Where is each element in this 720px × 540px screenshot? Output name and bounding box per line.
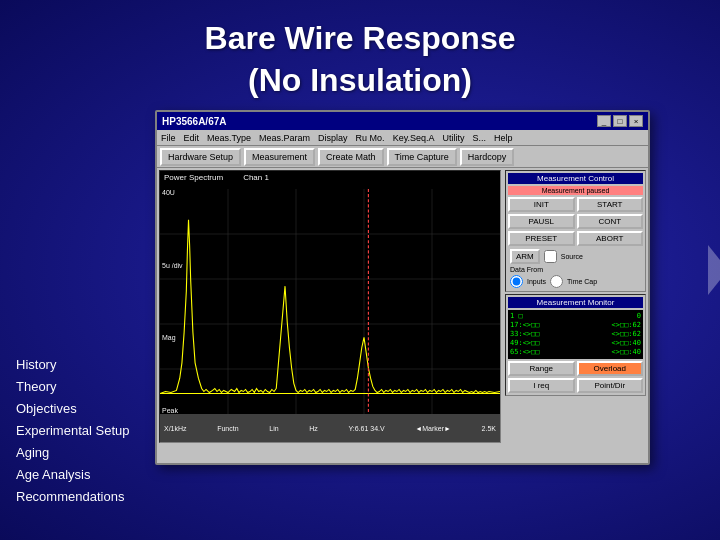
toolbar-hardcopy[interactable]: Hardcopy	[460, 148, 515, 166]
window-content: Power Spectrum Chan 1 40U 5u /div Mag Pe…	[157, 168, 648, 445]
data-from-row: Data From	[508, 265, 643, 274]
cont-button[interactable]: CONT	[577, 214, 644, 229]
timecap-radio[interactable]	[550, 275, 563, 288]
window-controls: _ □ ×	[597, 115, 643, 127]
monitor-bottom-row1: Range Overload	[508, 361, 643, 376]
menu-utility[interactable]: Utility	[442, 133, 464, 143]
preset-button[interactable]: PRESET	[508, 231, 575, 246]
x-label-marker-value: Y:6.61 34.V	[348, 425, 384, 432]
monitor-col2-4: <>□□:40	[611, 348, 641, 357]
sidebar-item-age-analysis[interactable]: Age Analysis	[12, 465, 133, 484]
toolbar-measurement[interactable]: Measurement	[244, 148, 315, 166]
toolbar-create-math[interactable]: Create Math	[318, 148, 384, 166]
monitor-col1-3: 49:<>□□	[510, 339, 540, 348]
menu-edit[interactable]: Edit	[184, 133, 200, 143]
pausl-button[interactable]: PAUSL	[508, 214, 575, 229]
overload-button[interactable]: Overload	[577, 361, 644, 376]
x-label-functn: Functn	[217, 425, 238, 432]
sidebar-item-experimental-setup[interactable]: Experimental Setup	[12, 421, 133, 440]
menu-s[interactable]: S...	[472, 133, 486, 143]
ireq-button[interactable]: I req	[508, 378, 575, 393]
minimize-button[interactable]: _	[597, 115, 611, 127]
plot-title: Power Spectrum Chan 1	[164, 173, 269, 182]
arm-row: ARM Source	[508, 248, 643, 265]
waveform-svg	[160, 189, 500, 414]
monitor-col1-4: 65:<>□□	[510, 348, 540, 357]
toolbar-hardware-setup[interactable]: Hardware Setup	[160, 148, 241, 166]
measurement-control-section: Measurement Control Measurement paused I…	[505, 170, 646, 292]
control-row-1: INIT START	[508, 197, 643, 212]
data-from-label: Data From	[510, 266, 543, 273]
x-label-freq: X/1kHz	[164, 425, 187, 432]
x-label-marker-btn[interactable]: ◄Marker►	[415, 425, 451, 432]
monitor-col1-2: 33:<>□□	[510, 330, 540, 339]
monitor-bottom-row2: I req Point/Dir	[508, 378, 643, 393]
monitor-panel-title: Measurement Monitor	[508, 297, 643, 308]
abort-button[interactable]: ABORT	[577, 231, 644, 246]
x-label-range: 2.5K	[482, 425, 496, 432]
menu-display[interactable]: Display	[318, 133, 348, 143]
plot-title-spectrum: Power Spectrum	[164, 173, 223, 182]
menu-rumo[interactable]: Ru Mo.	[356, 133, 385, 143]
plot-title-chan: Chan 1	[243, 173, 269, 182]
monitor-row-1: 17:<>□□ <>□□:62	[510, 321, 641, 330]
decorative-arrow	[708, 245, 720, 295]
arm-button[interactable]: ARM	[510, 249, 540, 264]
oscilloscope-plot: Power Spectrum Chan 1 40U 5u /div Mag Pe…	[159, 170, 501, 443]
sidebar-item-theory[interactable]: Theory	[12, 377, 133, 396]
control-panel-title: Measurement Control	[508, 173, 643, 184]
instrument-window: HP3566A/67A _ □ × File Edit Meas.Type Me…	[155, 110, 650, 465]
monitor-row-4: 65:<>□□ <>□□:40	[510, 348, 641, 357]
control-row-2: PAUSL CONT	[508, 214, 643, 229]
toolbar: Hardware Setup Measurement Create Math T…	[157, 146, 648, 168]
sidebar-item-history[interactable]: History	[12, 355, 133, 374]
control-row-3: PRESET ABORT	[508, 231, 643, 246]
window-titlebar: HP3566A/67A _ □ ×	[157, 112, 648, 130]
monitor-col1-1: 17:<>□□	[510, 321, 540, 330]
sidebar-item-aging[interactable]: Aging	[12, 443, 133, 462]
source-checkbox[interactable]	[544, 250, 557, 263]
sidebar-item-recommendations[interactable]: Recommendations	[12, 487, 133, 506]
menu-file[interactable]: File	[161, 133, 176, 143]
menu-bar: File Edit Meas.Type Meas.Param Display R…	[157, 130, 648, 146]
init-button[interactable]: INIT	[508, 197, 575, 212]
monitor-col1-0: 1 □	[510, 312, 523, 321]
menu-keyseq[interactable]: Key.Seq.A	[393, 133, 435, 143]
inputs-radio[interactable]	[510, 275, 523, 288]
menu-measparam[interactable]: Meas.Param	[259, 133, 310, 143]
page-container: Bare Wire Response (No Insulation) Histo…	[0, 0, 720, 540]
menu-meastype[interactable]: Meas.Type	[207, 133, 251, 143]
monitor-col2-0: 0	[637, 312, 641, 321]
radio-row: Inputs Time Cap	[508, 274, 643, 289]
toolbar-time-capture[interactable]: Time Capture	[387, 148, 457, 166]
sidebar-item-objectives[interactable]: Objectives	[12, 399, 133, 418]
monitor-row-0: 1 □ 0	[510, 312, 641, 321]
inputs-label: Inputs	[527, 278, 546, 285]
range-button[interactable]: Range	[508, 361, 575, 376]
monitor-col2-1: <>□□:62	[611, 321, 641, 330]
measurement-monitor-section: Measurement Monitor 1 □ 0 17:<>□□ <>□□:6…	[505, 294, 646, 396]
monitor-row-3: 49:<>□□ <>□□:40	[510, 339, 641, 348]
x-label-hz: Hz	[309, 425, 318, 432]
x-axis-bar: X/1kHz Functn Lin Hz Y:6.61 34.V ◄Marker…	[160, 414, 500, 442]
menu-help[interactable]: Help	[494, 133, 513, 143]
start-button[interactable]: START	[577, 197, 644, 212]
sidebar: History Theory Objectives Experimental S…	[12, 355, 133, 506]
monitor-col2-2: <>□□:62	[611, 330, 641, 339]
x-label-lin: Lin	[269, 425, 278, 432]
monitor-row-2: 33:<>□□ <>□□:62	[510, 330, 641, 339]
right-panel: Measurement Control Measurement paused I…	[503, 168, 648, 445]
pointdir-button[interactable]: Point/Dir	[577, 378, 644, 393]
monitor-col2-3: <>□□:40	[611, 339, 641, 348]
timecap-label: Time Cap	[567, 278, 597, 285]
plot-grid	[160, 189, 500, 414]
source-label: Source	[561, 253, 583, 260]
maximize-button[interactable]: □	[613, 115, 627, 127]
measurement-status: Measurement paused	[508, 186, 643, 195]
monitor-grid: 1 □ 0 17:<>□□ <>□□:62 33:<>□□ <>□□:62	[508, 310, 643, 359]
window-title: HP3566A/67A	[162, 116, 226, 127]
slide-title: Bare Wire Response (No Insulation)	[0, 0, 720, 101]
close-button[interactable]: ×	[629, 115, 643, 127]
